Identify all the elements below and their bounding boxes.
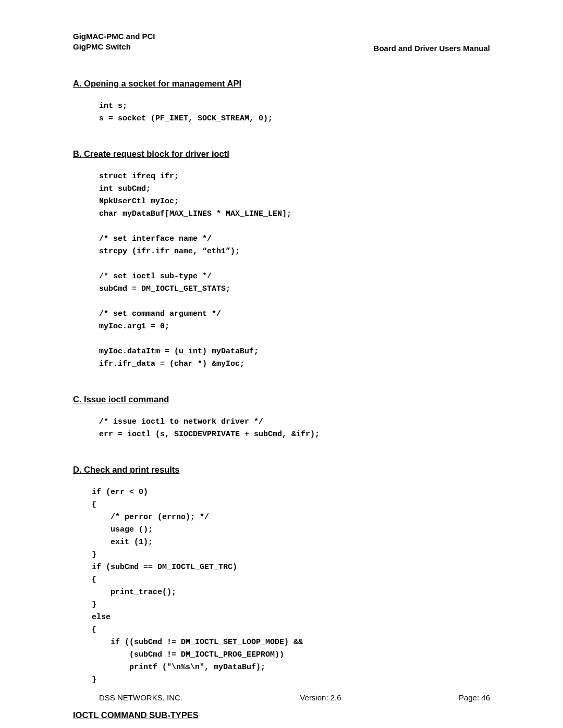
code-section-b: struct ifreq ifr; int subCmd; NpkUserCtl… xyxy=(99,170,490,371)
header-product-line1: GigMAC-PMC and PCI xyxy=(73,31,155,42)
document-page: GigMAC-PMC and PCI GigPMC Switch Board a… xyxy=(0,0,563,728)
heading-section-b: B. Create request block for driver ioctl xyxy=(73,149,490,159)
heading-section-a: A. Opening a socket for management API xyxy=(73,79,490,89)
footer-version: Version: 2.6 xyxy=(300,693,341,702)
footer-company: DSS NETWORKS, INC. xyxy=(99,693,182,702)
page-header: GigMAC-PMC and PCI GigPMC Switch Board a… xyxy=(73,31,490,53)
code-section-c: /* issue ioctl to network driver */ err … xyxy=(99,416,490,441)
page-footer: DSS NETWORKS, INC. Version: 2.6 Page: 46 xyxy=(0,693,563,702)
header-manual-title: Board and Driver Users Manual xyxy=(374,44,490,53)
header-left: GigMAC-PMC and PCI GigPMC Switch xyxy=(73,31,155,53)
code-section-d: if (err < 0) { /* perror (errno); */ usa… xyxy=(92,486,490,686)
header-product-line2: GigPMC Switch xyxy=(73,42,155,52)
heading-section-d: D. Check and print results xyxy=(73,465,490,475)
heading-section-c: C. Issue ioctl command xyxy=(73,394,490,404)
code-section-a: int s; s = socket (PF_INET, SOCK_STREAM,… xyxy=(99,100,490,125)
footer-page-number: Page: 46 xyxy=(459,693,490,702)
heading-ioctl-subtypes: IOCTL COMMAND SUB-TYPES xyxy=(73,710,490,720)
